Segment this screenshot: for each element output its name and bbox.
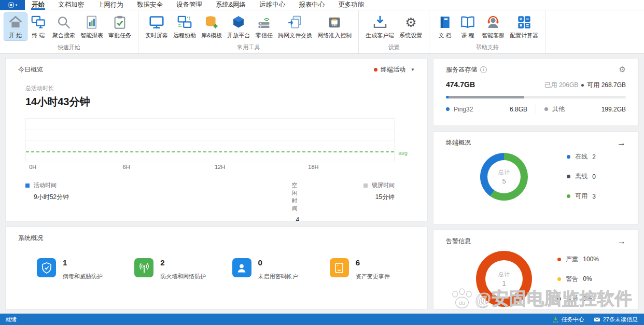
tab-报表中心[interactable]: 报表中心: [292, 0, 331, 10]
app-menu-button[interactable]: ▾: [0, 0, 25, 10]
user-icon: [232, 258, 251, 277]
tab-系统&网络[interactable]: 系统&网络: [209, 0, 253, 10]
donut-center-label: 总计: [498, 271, 510, 278]
tab-更多功能[interactable]: 更多功能: [331, 0, 371, 10]
task-center-button[interactable]: 任务中心: [552, 316, 584, 323]
stat-label: 防火墙和网络防护: [160, 273, 206, 280]
ribbon-item-智能报表[interactable]: 智能报表: [78, 13, 106, 40]
legend-value: 100%: [583, 256, 599, 263]
donut-center-value: 1: [502, 279, 506, 287]
legend-label: 活动时间: [34, 181, 57, 189]
ribbon-item-label: 聚合搜索: [52, 32, 75, 39]
terminal-overview-panel: 终端概况 → 总计 5 在线2离线0可用3: [433, 131, 639, 224]
ribbon-item-远程协助[interactable]: 远程协助: [171, 13, 199, 40]
ribbon-item-库&模板[interactable]: 库&模板: [199, 13, 225, 40]
activity-chart: avg 0H6H12H18H: [25, 118, 395, 172]
legend-item-活动时间: 活动时间9小时52分钟: [25, 181, 132, 221]
legend-label: 严重: [566, 255, 578, 264]
ribbon-item-生成客户端[interactable]: 生成客户端: [363, 13, 397, 40]
alert-legend-item-普通: 普通0%: [557, 294, 599, 303]
ribbon-item-系统设置[interactable]: ⚙系统设置: [397, 13, 425, 40]
ribbon-item-label: 课 程: [461, 32, 474, 39]
ribbon-item-label: 远程协助: [173, 32, 196, 39]
storage-item-Ping32: Ping326.8GB: [446, 106, 527, 113]
service-icon: [485, 15, 501, 30]
ribbon-item-开放平台[interactable]: 开放平台: [225, 13, 253, 40]
remote-icon: [177, 15, 192, 30]
gridline: [26, 140, 394, 140]
legend-value: 9小时52分钟: [34, 193, 132, 202]
exchange-icon: [287, 15, 303, 30]
ribbon-item-label: 系统设置: [399, 32, 422, 39]
chart-legend: 活动时间9小时52分钟空闲时间4小时36分钟锁屏时间15分钟: [25, 181, 395, 221]
report-icon: [84, 15, 100, 30]
ribbon-item-网络准入控制[interactable]: 网络准入控制: [315, 13, 354, 40]
home-icon: [8, 15, 23, 30]
terminal-icon: [31, 15, 46, 30]
ribbon-item-label: 智能客服: [482, 32, 505, 39]
download-icon: [552, 316, 559, 323]
library-icon: [204, 15, 219, 30]
system-stat-病毒和威胁防护[interactable]: 1病毒和威胁防护: [37, 258, 134, 280]
chart-x-axis: 0H6H12H18H: [25, 164, 395, 172]
ribbon-item-label: 实时屏幕: [145, 32, 168, 39]
arrow-right-icon[interactable]: →: [617, 238, 626, 245]
main-content: 今日概览 终端活动 ▼ 总活动时长 14小时43分钟 avg 0H6H12H18…: [0, 54, 644, 314]
storage-progress-bar: [446, 96, 626, 98]
filter-dot-icon: [374, 68, 377, 72]
ribbon-item-label: 开 始: [9, 32, 22, 39]
ribbon-item-审批任务[interactable]: 审批任务: [106, 13, 134, 40]
storage-available: 可用 268.7GB: [587, 81, 626, 90]
tab-文档加密[interactable]: 文档加密: [51, 0, 91, 10]
total-activity-value: 14小时43分钟: [25, 95, 427, 109]
ribbon-item-label: 审批任务: [108, 32, 131, 39]
menu-bar: ▾ 开始文档加密上网行为数据安全设备管理系统&网络运维中心报表中心更多功能: [0, 0, 644, 10]
legend-label: 可用: [575, 192, 587, 201]
tab-设备管理[interactable]: 设备管理: [170, 0, 209, 10]
dot-icon: [567, 155, 570, 159]
ribbon-item-文档[interactable]: 文 档: [433, 13, 456, 40]
ribbon-item-课程[interactable]: 课 程: [456, 13, 479, 40]
storage-used: 已用 206GB: [545, 81, 579, 90]
info-icon[interactable]: i: [480, 66, 487, 73]
ribbon-item-零信任[interactable]: 零信任: [253, 13, 275, 40]
ribbon-group-label: 快速开始: [4, 42, 134, 53]
system-stat-防火墙和网络防护[interactable]: 2防火墙和网络防护: [134, 258, 232, 280]
ribbon-group: 文 档课 程智能客服配置计算器帮助支持: [429, 10, 545, 53]
legend-label: 警告: [566, 275, 578, 284]
tab-数据安全[interactable]: 数据安全: [130, 0, 170, 10]
activity-filter-dropdown[interactable]: 终端活动 ▼: [374, 65, 415, 74]
system-stat-未启用密码帐户[interactable]: 0未启用密码帐户: [232, 258, 330, 280]
tab-上网行为[interactable]: 上网行为: [91, 0, 130, 10]
ribbon-item-终端[interactable]: 终 端: [27, 13, 50, 40]
panel-title: 系统概况: [18, 234, 43, 243]
panel-title: 今日概览: [18, 65, 43, 74]
total-activity: 总活动时长 14小时43分钟: [25, 84, 427, 109]
legend-label: 锁屏时间: [372, 181, 395, 189]
gridline: [26, 130, 394, 130]
tab-运维中心[interactable]: 运维中心: [253, 0, 292, 10]
alert-legend: 严重100%警告0%普通0%: [557, 255, 599, 303]
legend-label: 在线: [575, 152, 587, 161]
ribbon-item-实时屏幕[interactable]: 实时屏幕: [143, 13, 171, 40]
tab-开始[interactable]: 开始: [25, 0, 51, 10]
stat-value: 1: [63, 258, 103, 267]
stat-value: 2: [160, 258, 206, 267]
arrow-right-icon[interactable]: →: [617, 140, 626, 146]
system-stats: 1病毒和威胁防护2防火墙和网络防护0未启用密码帐户6资产变更事件: [6, 243, 427, 280]
ribbon-item-跨网文件交换[interactable]: 跨网文件交换: [275, 13, 315, 40]
ribbon-item-配置计算器[interactable]: 配置计算器: [507, 13, 541, 40]
shield-check-icon: [37, 258, 56, 277]
ribbon-item-开始[interactable]: 开 始: [4, 13, 27, 40]
legend-item-锁屏时间: 锁屏时间15分钟: [288, 181, 395, 221]
dot-icon: [557, 258, 561, 261]
chart-plot-area[interactable]: avg: [25, 118, 395, 162]
ribbon-item-智能客服[interactable]: 智能客服: [479, 13, 507, 40]
legend-value: 0%: [583, 275, 592, 282]
unread-messages-button[interactable]: 27条未读信息: [594, 316, 638, 323]
legend-item-空闲时间: 空闲时间4小时36分钟: [132, 181, 287, 221]
gear-icon[interactable]: ⚙: [619, 65, 626, 74]
system-stat-资产变更事件[interactable]: 6资产变更事件: [330, 258, 427, 280]
ribbon-item-聚合搜索[interactable]: 聚合搜索: [50, 13, 78, 40]
menu-tabs: 开始文档加密上网行为数据安全设备管理系统&网络运维中心报表中心更多功能: [25, 0, 371, 10]
